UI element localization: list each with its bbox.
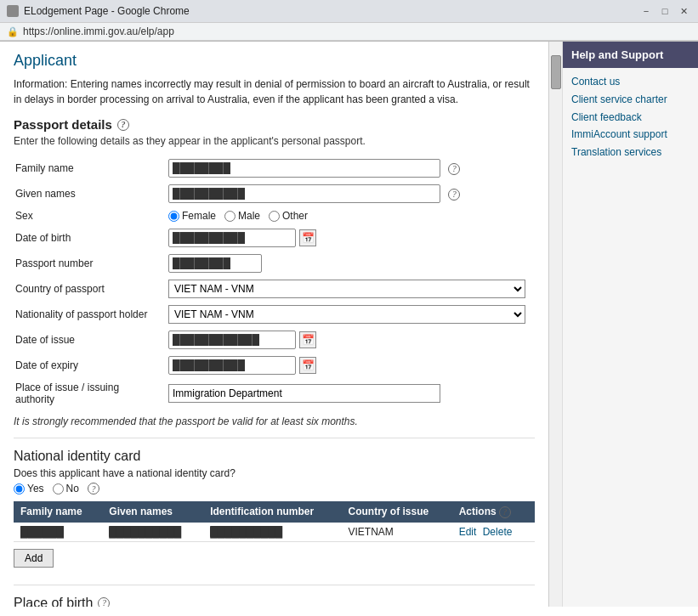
col-given-names: Given names <box>102 501 203 523</box>
given-names-row: Given names ? <box>14 181 535 206</box>
info-box: Information: Entering names incorrectly … <box>14 76 535 107</box>
sidebar: Help and Support Contact us Client servi… <box>562 42 698 607</box>
dob-input-wrap: 📅 <box>168 229 533 247</box>
date-of-issue-row: Date of issue 📅 <box>14 327 535 353</box>
sex-other-text: Other <box>282 210 308 222</box>
minimize-button[interactable]: − <box>638 3 654 19</box>
sex-other-label[interactable]: Other <box>269 210 308 222</box>
row-actions: Edit Delete <box>452 523 535 542</box>
sex-male-label[interactable]: Male <box>224 210 260 222</box>
sex-male-text: Male <box>238 210 260 222</box>
section-divider-2 <box>14 585 535 585</box>
given-names-input[interactable] <box>168 184 440 203</box>
national-id-table: Family name Given names Identification n… <box>14 501 535 542</box>
nationality-label: Nationality of passport holder <box>14 302 167 327</box>
maximize-button[interactable]: □ <box>657 3 672 19</box>
sex-label: Sex <box>14 206 167 225</box>
place-of-birth-help-icon[interactable]: ? <box>98 597 110 608</box>
lock-icon: 🔒 <box>7 26 19 37</box>
family-name-label: Family name <box>14 155 167 181</box>
address-bar: 🔒 https://online.immi.gov.au/elp/app <box>0 22 698 41</box>
add-button[interactable]: Add <box>14 549 54 568</box>
table-header-row: Family name Given names Identification n… <box>14 501 535 523</box>
row-id-number: ██████████ <box>203 523 341 542</box>
sex-other-radio[interactable] <box>269 211 280 222</box>
place-of-birth-title: Place of birth ? <box>14 596 535 608</box>
national-id-no-label[interactable]: No <box>53 483 79 494</box>
national-id-no-radio[interactable] <box>53 483 64 494</box>
table-row: ██████ ██████████ ██████████ VIETNAM Edi… <box>14 523 535 542</box>
national-id-yes-label[interactable]: Yes <box>14 483 44 494</box>
national-id-no-text: No <box>66 483 79 494</box>
main-content: Applicant Information: Entering names in… <box>0 42 548 607</box>
col-family-name: Family name <box>14 501 102 523</box>
given-names-label: Given names <box>14 181 167 206</box>
sex-female-radio[interactable] <box>168 211 179 222</box>
sex-female-label[interactable]: Female <box>168 210 216 222</box>
window-controls[interactable]: − □ ✕ <box>638 3 691 19</box>
browser-icon <box>7 5 19 17</box>
date-of-expiry-wrap: 📅 <box>168 356 533 375</box>
country-passport-select[interactable]: VIET NAM - VNM <box>168 280 525 298</box>
scrollbar-thumb[interactable] <box>551 55 561 89</box>
title-bar: ELodgement Page - Google Chrome − □ ✕ <box>0 0 698 22</box>
sidebar-link-feedback[interactable]: Client feedback <box>571 110 689 125</box>
national-id-yes-radio[interactable] <box>14 483 25 494</box>
delete-link[interactable]: Delete <box>483 526 513 538</box>
dob-label: Date of birth <box>14 225 167 251</box>
family-name-help-icon[interactable]: ? <box>448 163 460 175</box>
info-text: Information: Entering names incorrectly … <box>14 78 530 105</box>
edit-link[interactable]: Edit <box>459 526 477 538</box>
place-of-issue-input[interactable] <box>168 384 440 403</box>
national-id-yes-text: Yes <box>27 483 44 494</box>
given-names-help-icon[interactable]: ? <box>448 189 460 201</box>
national-id-radio-group: Yes No ? <box>14 483 535 494</box>
sex-row: Sex Female Male Other <box>14 206 535 225</box>
country-passport-row: Country of passport VIET NAM - VNM <box>14 276 535 302</box>
sex-radio-group: Female Male Other <box>168 210 533 222</box>
place-of-issue-label: Place of issue / issuing authority <box>14 378 167 409</box>
col-actions: Actions ? <box>452 501 535 523</box>
col-id-number: Identification number <box>203 501 341 523</box>
passport-note: It is strongly recommended that the pass… <box>14 415 535 427</box>
applicant-title: Applicant <box>14 52 535 70</box>
passport-number-label: Passport number <box>14 251 167 276</box>
date-of-issue-calendar-icon[interactable]: 📅 <box>299 331 316 348</box>
place-of-issue-row: Place of issue / issuing authority <box>14 378 535 409</box>
section-divider-1 <box>14 438 535 438</box>
sidebar-link-immi[interactable]: ImmiAccount support <box>571 127 689 142</box>
identity-question: Does this applicant have a national iden… <box>14 467 535 479</box>
sidebar-link-contact[interactable]: Contact us <box>571 75 689 89</box>
family-name-row: Family name ? <box>14 155 535 181</box>
date-of-issue-label: Date of issue <box>14 327 167 353</box>
family-name-input[interactable] <box>168 159 440 178</box>
national-id-help-icon[interactable]: ? <box>88 483 99 494</box>
date-of-expiry-calendar-icon[interactable]: 📅 <box>299 357 316 374</box>
sidebar-link-charter[interactable]: Client service charter <box>571 93 689 107</box>
dob-input[interactable] <box>168 229 296 247</box>
dob-row: Date of birth 📅 <box>14 225 535 251</box>
passport-help-icon[interactable]: ? <box>117 119 129 131</box>
scrollbar[interactable] <box>548 42 562 607</box>
date-of-expiry-input[interactable] <box>168 356 296 375</box>
sidebar-links: Contact us Client service charter Client… <box>563 68 698 170</box>
actions-help-icon[interactable]: ? <box>499 506 511 518</box>
row-country: VIETNAM <box>341 523 451 542</box>
date-of-expiry-label: Date of expiry <box>14 353 167 378</box>
passport-number-input[interactable] <box>168 254 262 273</box>
row-given-names: ██████████ <box>102 523 203 542</box>
close-button[interactable]: ✕ <box>676 3 691 19</box>
country-passport-label: Country of passport <box>14 276 167 302</box>
dob-calendar-icon[interactable]: 📅 <box>299 229 316 246</box>
sex-male-radio[interactable] <box>224 211 236 222</box>
national-id-title: National identity card <box>14 449 535 464</box>
passport-section-title: Passport details ? <box>14 117 535 132</box>
window-title: ELodgement Page - Google Chrome <box>24 5 638 17</box>
sidebar-header: Help and Support <box>563 42 698 68</box>
sidebar-link-translation[interactable]: Translation services <box>571 145 689 160</box>
url-text[interactable]: https://online.immi.gov.au/elp/app <box>23 25 174 37</box>
passport-number-row: Passport number <box>14 251 535 276</box>
nationality-select[interactable]: VIET NAM - VNM <box>168 305 525 324</box>
sex-female-text: Female <box>182 210 216 222</box>
date-of-issue-input[interactable] <box>168 331 296 349</box>
